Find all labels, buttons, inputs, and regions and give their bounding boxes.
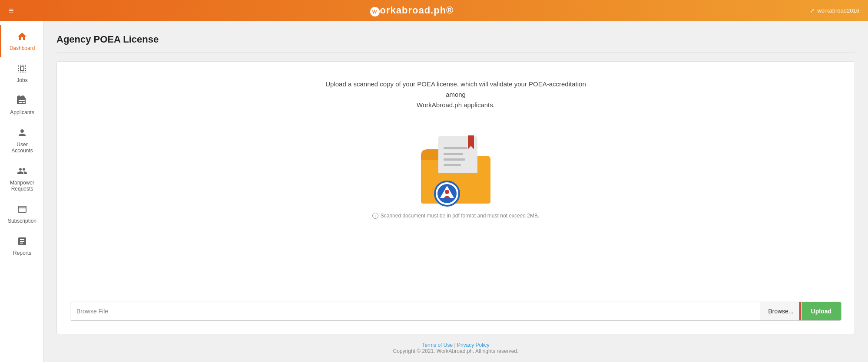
sidebar-item-jobs[interactable]: Jobs (0, 57, 43, 89)
main-content: Agency POEA License Upload a scanned cop… (43, 21, 868, 362)
brand-w-circle: w (370, 7, 380, 16)
upload-description: Upload a scanned copy of your POEA licen… (325, 79, 586, 110)
sidebar-item-subscription[interactable]: Subscription (0, 198, 43, 230)
jobs-icon (17, 63, 27, 76)
info-icon: i (372, 213, 378, 219)
user-accounts-icon (17, 128, 27, 140)
file-input-placeholder[interactable]: Browse File (70, 302, 760, 320)
applicants-icon (17, 95, 27, 108)
hamburger-icon[interactable]: ≡ (9, 6, 14, 16)
manpower-requests-icon (17, 166, 27, 178)
upload-card: Upload a scanned copy of your POEA licen… (56, 61, 855, 334)
file-input-row: Browse File Browse... Upload (70, 302, 841, 321)
svg-rect-4 (444, 158, 465, 161)
app-layout: Dashboard Jobs Applicants (0, 21, 868, 362)
username-label: workabroad2016 (817, 7, 859, 14)
sidebar-label-jobs: Jobs (17, 77, 27, 83)
sidebar: Dashboard Jobs Applicants (0, 21, 43, 362)
sidebar-label-user-accounts: User Accounts (6, 142, 39, 154)
home-icon (17, 31, 27, 43)
sidebar-label-manpower-requests: Manpower Requests (6, 180, 39, 192)
upload-button[interactable]: Upload (802, 302, 841, 320)
sidebar-item-applicants[interactable]: Applicants (0, 89, 43, 122)
user-menu[interactable]: ⤢ workabroad2016 (810, 7, 859, 14)
sidebar-label-applicants: Applicants (10, 109, 34, 115)
svg-rect-3 (444, 153, 463, 155)
sidebar-label-subscription: Subscription (8, 218, 36, 224)
sidebar-label-dashboard: Dashboard (10, 45, 35, 51)
navbar: ≡ workabroad.ph® ⤢ workabroad2016 (0, 0, 868, 21)
footer: Terms of Use | Privacy Policy Copyright … (56, 334, 855, 362)
brand-logo: workabroad.ph® (370, 5, 454, 16)
privacy-link[interactable]: Privacy Policy (457, 342, 490, 348)
browse-button[interactable]: Browse... (760, 302, 801, 320)
svg-rect-5 (444, 164, 461, 166)
sidebar-item-manpower-requests[interactable]: Manpower Requests (0, 160, 43, 198)
folder-illustration (412, 123, 499, 210)
subscription-icon (17, 204, 27, 216)
expand-icon: ⤢ (810, 7, 815, 14)
hint-container: i Scanned document must be in pdf format… (372, 213, 540, 219)
reports-icon (17, 236, 27, 248)
sidebar-item-dashboard[interactable]: Dashboard (0, 25, 43, 57)
hint-text: Scanned document must be in pdf format a… (381, 213, 540, 219)
footer-separator: | (454, 342, 455, 348)
sidebar-item-user-accounts[interactable]: User Accounts (0, 122, 43, 160)
page-title: Agency POEA License (56, 34, 855, 45)
svg-rect-2 (444, 147, 467, 149)
copyright-text: Copyright © 2021. WorkAbroad.ph. All rig… (64, 348, 847, 354)
terms-link[interactable]: Terms of Use (422, 342, 453, 348)
sidebar-label-reports: Reports (13, 250, 31, 256)
sidebar-item-reports[interactable]: Reports (0, 230, 43, 262)
svg-point-10 (445, 190, 449, 194)
